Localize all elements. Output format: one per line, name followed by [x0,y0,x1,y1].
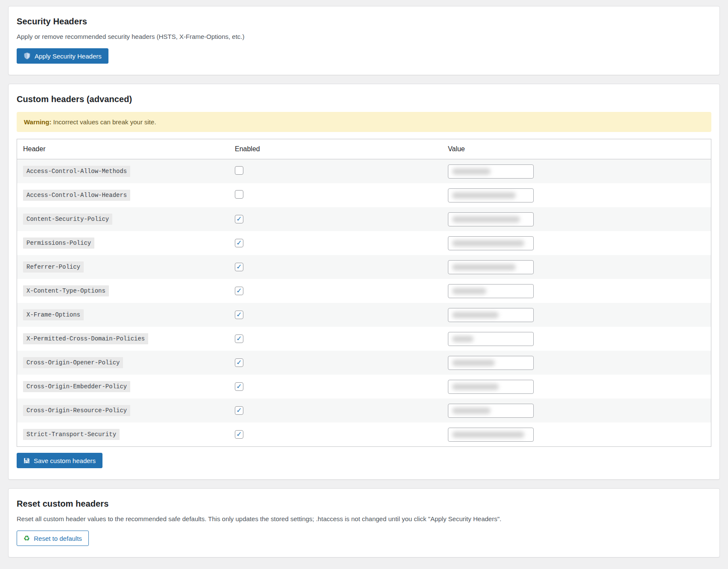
table-row: Permissions-Policy [17,231,711,255]
reset-custom-headers-description: Reset all custom header values to the re… [17,515,711,522]
save-custom-headers-button[interactable]: Save custom headers [17,453,102,468]
table-row: Cross-Origin-Resource-Policy [17,399,711,422]
table-row: X-Permitted-Cross-Domain-Policies [17,327,711,351]
redacted-value [452,288,486,294]
table-body: Access-Control-Allow-Methods Access-Cont… [17,159,711,446]
enabled-checkbox[interactable] [235,239,243,247]
value-input[interactable] [448,356,534,370]
value-input[interactable] [448,212,534,226]
enabled-checkbox[interactable] [235,190,243,199]
header-name-chip: Cross-Origin-Resource-Policy [23,405,130,416]
enabled-checkbox[interactable] [235,215,243,223]
header-name-chip: Cross-Origin-Embedder-Policy [23,381,130,392]
value-input[interactable] [448,308,534,322]
redacted-value [452,360,495,366]
header-name-chip: Cross-Origin-Opener-Policy [23,357,123,368]
header-name-chip: Content-Security-Policy [23,214,112,225]
warning-banner: Warning: Incorrect values can break your… [17,112,711,132]
security-headers-card: Security Headers Apply or remove recomme… [8,6,720,75]
column-header-value: Value [448,145,711,153]
reset-to-defaults-label: Reset to defaults [34,535,82,542]
custom-headers-title: Custom headers (advanced) [17,94,711,104]
custom-headers-table: Header Enabled Value Access-Control-Allo… [17,139,711,447]
value-input[interactable] [448,428,534,442]
header-name-chip: Referrer-Policy [23,261,84,273]
table-row: Access-Control-Allow-Headers [17,183,711,207]
header-name-chip: X-Frame-Options [23,309,84,320]
table-row: Cross-Origin-Embedder-Policy [17,375,711,399]
header-name-chip: X-Content-Type-Options [23,285,109,296]
redacted-value [452,336,474,342]
column-header-enabled: Enabled [235,145,448,153]
enabled-checkbox[interactable] [235,287,243,295]
value-input[interactable] [448,188,534,202]
header-name-chip: Permissions-Policy [23,238,94,249]
table-row: Referrer-Policy [17,255,711,279]
value-input[interactable] [448,164,534,179]
save-custom-headers-label: Save custom headers [34,458,96,464]
value-input[interactable] [448,236,534,250]
table-row: Strict-Transport-Security [17,422,711,446]
enabled-checkbox[interactable] [235,406,243,415]
warning-text: Incorrect values can break your site. [51,118,156,126]
redacted-value [452,384,499,390]
shield-icon [23,52,31,60]
custom-headers-card: Custom headers (advanced) Warning: Incor… [8,84,720,480]
table-header-row: Header Enabled Value [17,139,711,159]
table-row: X-Frame-Options [17,303,711,327]
value-input[interactable] [448,260,534,274]
reset-to-defaults-button[interactable]: ♻ Reset to defaults [17,531,89,546]
column-header-header: Header [17,145,235,153]
table-row: X-Content-Type-Options [17,279,711,303]
reset-custom-headers-title: Reset custom headers [17,499,711,509]
header-name-chip: Access-Control-Allow-Methods [23,166,130,177]
redacted-value [452,312,499,318]
header-name-chip: Access-Control-Allow-Headers [23,190,130,201]
table-row: Content-Security-Policy [17,207,711,231]
redacted-value [452,240,524,246]
value-input[interactable] [448,380,534,394]
enabled-checkbox[interactable] [235,430,243,439]
header-name-chip: X-Permitted-Cross-Domain-Policies [23,333,148,344]
value-input[interactable] [448,332,534,346]
redacted-value [452,168,491,175]
enabled-checkbox[interactable] [235,358,243,367]
enabled-checkbox[interactable] [235,166,243,175]
security-headers-description: Apply or remove recommended security hea… [17,33,711,40]
redacted-value [452,192,516,199]
warning-label: Warning: [24,118,51,126]
enabled-checkbox[interactable] [235,334,243,343]
apply-security-headers-label: Apply Security Headers [35,53,102,59]
enabled-checkbox[interactable] [235,263,243,271]
table-row: Access-Control-Allow-Methods [17,159,711,183]
enabled-checkbox[interactable] [235,382,243,391]
enabled-checkbox[interactable] [235,311,243,319]
table-row: Cross-Origin-Opener-Policy [17,351,711,375]
header-name-chip: Strict-Transport-Security [23,429,120,440]
apply-security-headers-button[interactable]: Apply Security Headers [17,48,108,64]
save-icon [23,458,30,464]
security-headers-title: Security Headers [17,17,711,26]
value-input[interactable] [448,284,534,298]
value-input[interactable] [448,404,534,418]
redacted-value [452,216,520,223]
reset-custom-headers-card: Reset custom headers Reset all custom he… [8,488,720,557]
redacted-value [452,264,516,270]
redacted-value [452,408,491,414]
redacted-value [452,431,524,438]
recycle-icon: ♻ [23,535,30,542]
